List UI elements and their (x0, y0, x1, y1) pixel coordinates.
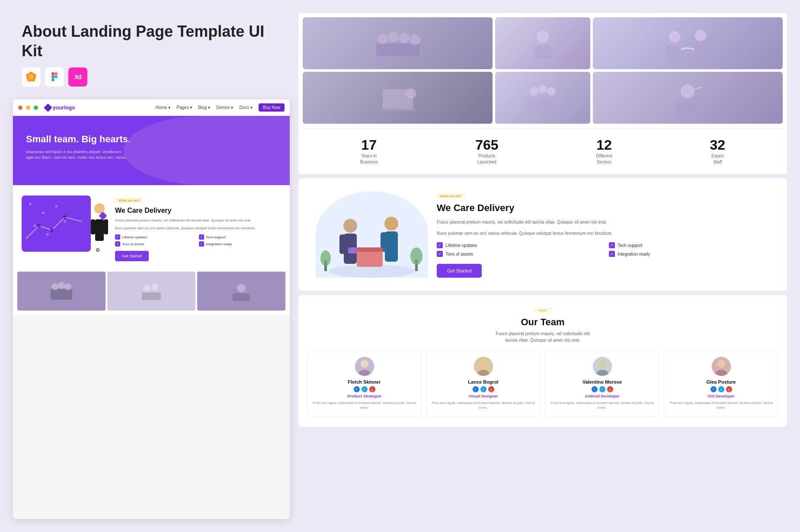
team-avatar-1 (355, 357, 374, 376)
features-list-left: ✓ Lifetime updates ✓ Tech support ✓ Tons… (115, 234, 281, 247)
page-title: About Landing Page Template UI Kit (22, 22, 285, 61)
feature-label-lifetime: Lifetime updates (445, 243, 477, 248)
svg-point-67 (320, 250, 331, 266)
nav-demos[interactable]: Demos ▾ (216, 105, 233, 110)
svg-rect-51 (677, 101, 698, 113)
svg-rect-29 (142, 292, 161, 300)
bottom-photo-1 (17, 272, 106, 311)
svg-point-30 (237, 284, 246, 292)
bird-icon (22, 241, 30, 250)
nav-docs[interactable]: Docs ▾ (239, 105, 253, 110)
our-team-section: Team Our Team Fusce placerat pretium mau… (298, 295, 787, 427)
svg-point-41 (695, 30, 706, 41)
svg-point-35 (399, 33, 410, 43)
facebook-icon-1[interactable]: f (354, 386, 360, 392)
svg-point-28 (151, 283, 158, 290)
we-care-content-right: What we do? We Care Delivery Fusce place… (437, 191, 778, 278)
check-icon-purple: ✓ (609, 251, 615, 257)
google-icon-2[interactable]: g (488, 386, 494, 392)
svg-rect-6 (51, 75, 54, 78)
feature-label: Lifetime updates (122, 235, 147, 239)
google-icon-3[interactable]: g (607, 386, 613, 392)
feature-label-tons: Tons of assets (445, 252, 473, 256)
facebook-icon-4[interactable]: f (710, 386, 717, 392)
google-icon-4[interactable]: g (726, 386, 732, 392)
grid-photo-conference (495, 72, 590, 124)
get-started-button-left[interactable]: Get Started (115, 251, 149, 261)
logo-area: yourlogo (45, 105, 75, 111)
google-icon-1[interactable]: g (369, 386, 375, 392)
right-panel: 17 Years inBusiness 765 ProductsLaunched… (298, 13, 787, 519)
team-card-1: Fletch Skinner f t g Product Strategist … (307, 350, 422, 417)
we-care-illustration-right (307, 191, 437, 278)
stat-products-label: ProductsLaunched (475, 153, 498, 165)
svg-rect-57 (339, 234, 346, 254)
twitter-icon-2[interactable]: t (480, 386, 486, 392)
browser-bar: yourlogo Home ▾ Pages ▾ Blog ▾ Demos ▾ D… (13, 99, 290, 116)
team-header: Team Our Team Fusce placerat pretium mau… (307, 305, 778, 343)
buy-now-button[interactable]: Buy Now (259, 103, 285, 112)
bottom-photo-3 (197, 272, 285, 311)
check-icon: ✓ (115, 241, 120, 247)
we-care-section-left: What we do? We Care Delivery Fusce place… (13, 185, 290, 272)
we-care-section-right: What we do? We Care Delivery Fusce place… (298, 178, 787, 291)
stats-row: 17 Years inBusiness 765 ProductsLaunched… (298, 128, 787, 174)
tool-icons-row: Xd (22, 67, 285, 87)
dot-green (34, 106, 38, 110)
nav-home[interactable]: Home ▾ (156, 105, 170, 110)
svg-point-46 (530, 87, 538, 96)
svg-point-25 (58, 282, 65, 289)
team-name-3: Valentino Morose (550, 379, 654, 385)
team-avatar-2 (474, 357, 493, 376)
team-subtitle: Fusce placerat pretium mauris, vel solli… (307, 330, 778, 343)
twitter-icon-4[interactable]: t (718, 386, 724, 392)
feature-label-tech: Tech support (618, 243, 642, 248)
grid-photo-thinking (593, 72, 783, 124)
dot-red (18, 106, 22, 110)
team-social-2: f t g (432, 386, 535, 392)
svg-point-77 (598, 360, 606, 368)
team-tag: Team (534, 308, 551, 313)
illustration-scene (316, 191, 428, 278)
svg-rect-59 (348, 247, 357, 253)
svg-rect-63 (392, 232, 398, 252)
team-desc-4: Proin arcu ligula, malesuada id tincidun… (669, 401, 773, 410)
twitter-icon-1[interactable]: t (362, 386, 368, 392)
grid-photo-laptop (303, 72, 493, 124)
title-area: About Landing Page Template UI Kit (13, 13, 290, 95)
logo-diamond (44, 103, 52, 112)
facebook-icon-2[interactable]: f (473, 386, 479, 392)
team-name-4: Glea Posture (669, 379, 773, 385)
hero-subtext: Maecenas sed ligula ut dui pharetra aliq… (26, 149, 130, 161)
logo-text: yourlogo (53, 105, 75, 111)
svg-rect-7 (54, 75, 58, 78)
svg-point-9 (29, 203, 32, 205)
browser-mockup: yourlogo Home ▾ Pages ▾ Blog ▾ Demos ▾ D… (13, 99, 290, 519)
team-title: Our Team (307, 317, 778, 328)
svg-point-47 (538, 85, 547, 93)
svg-rect-23 (51, 289, 72, 300)
feature-integration-right: ✓ Integration ready (609, 251, 778, 257)
svg-point-34 (388, 32, 399, 42)
bottom-photo-2 (107, 272, 195, 311)
stat-products: 765 ProductsLaunched (475, 137, 498, 165)
team-role-2: Visual Designer (432, 394, 535, 398)
nav-pages[interactable]: Pages ▾ (176, 105, 192, 110)
get-started-button-right[interactable]: Get Started (437, 264, 482, 278)
twitter-icon-3[interactable]: t (599, 386, 605, 392)
feature-lifetime-left: ✓ Lifetime updates (115, 234, 197, 240)
svg-point-71 (361, 360, 368, 368)
facebook-icon-3[interactable]: f (592, 386, 598, 392)
svg-point-80 (717, 360, 725, 368)
team-avatar-4 (712, 357, 731, 376)
feature-tons-left: ✓ Tons of assets (115, 241, 197, 247)
check-icon-purple: ✓ (437, 242, 443, 248)
stat-sectors: 12 DifferentSectors (596, 137, 612, 165)
we-care-para2-left: Nunc pulvinar sem eu orci varius vehicul… (115, 226, 281, 231)
stat-years-number: 17 (360, 137, 378, 153)
we-care-title-left: We Care Delivery (115, 207, 281, 215)
svg-point-55 (343, 219, 357, 233)
features-grid-right: ✓ Lifetime updates ✓ Tech support ✓ Tons… (437, 242, 778, 257)
nav-blog[interactable]: Blog ▾ (198, 105, 210, 110)
svg-point-17 (63, 215, 67, 219)
